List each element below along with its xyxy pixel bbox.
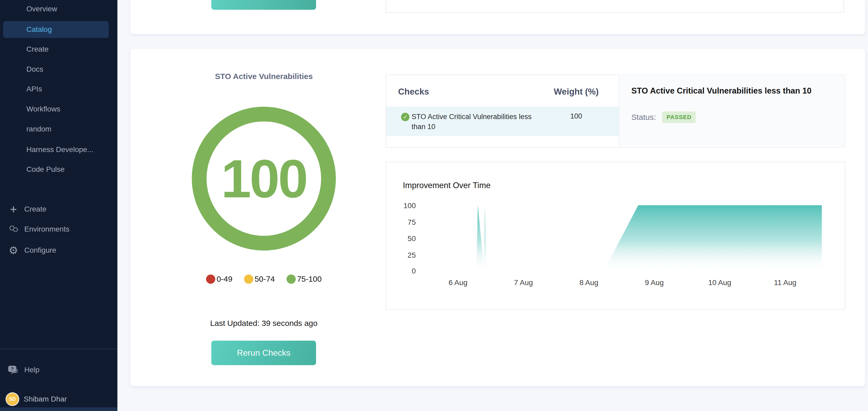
- plus-icon: +: [7, 204, 20, 214]
- legend-dot-red: [206, 275, 215, 284]
- sidebar-item-apis[interactable]: APIs: [0, 83, 117, 95]
- help-label: Help: [24, 366, 39, 374]
- sidebar-item-catalog[interactable]: Catalog: [3, 21, 109, 38]
- x-axis-tick: 9 Aug: [633, 278, 675, 287]
- sidebar-item-label: Catalog: [3, 25, 52, 34]
- scorecard-card: STO Active Vulnerabilities 100 0-49 50-7…: [130, 49, 865, 386]
- sidebar-divider: [0, 349, 117, 349]
- legend-item: 50-74: [244, 275, 275, 284]
- app-root: Overview Catalog Create Docs APIs Workfl…: [0, 0, 868, 411]
- score-legend: 0-49 50-74 75-100: [130, 273, 397, 285]
- user-menu[interactable]: SD Shibam Dhar: [6, 392, 67, 406]
- status-row: Status: PASSED: [631, 111, 696, 123]
- sidebar-action-label: Configure: [24, 246, 56, 254]
- sidebar-item-label: random: [0, 125, 52, 133]
- rerun-checks-button-partial[interactable]: [211, 0, 316, 10]
- sidebar-item-label: Overview: [0, 5, 57, 13]
- sidebar-item-create[interactable]: Create: [0, 43, 117, 56]
- user-name: Shibam Dhar: [24, 395, 67, 403]
- y-axis-tick: 100: [392, 202, 416, 210]
- legend-label: 0-49: [217, 275, 232, 283]
- sidebar-create-action[interactable]: + Create: [7, 203, 46, 215]
- x-axis-tick: 7 Aug: [502, 278, 545, 287]
- legend-label: 75-100: [297, 275, 321, 283]
- sidebar-item-label: Create: [0, 45, 49, 54]
- y-axis-tick: 75: [392, 218, 416, 227]
- sidebar-item-label: Harness Develope...: [0, 145, 93, 154]
- help-icon: ?: [7, 364, 20, 375]
- avatar: SD: [6, 393, 19, 405]
- check-name: STO Active Critical Vulnerabilities less…: [411, 112, 544, 132]
- checks-column-header: Checks: [398, 87, 429, 97]
- check-detail-panel: STO Active Critical Vulnerabilities less…: [619, 75, 845, 148]
- y-axis-tick: 25: [392, 251, 416, 260]
- environments-icon: [7, 225, 20, 234]
- help-button[interactable]: ? Help: [7, 364, 39, 376]
- sidebar-configure-action[interactable]: ⚙ Configure: [7, 244, 56, 256]
- improvement-chart-panel: Improvement Over Time 100 75 50 25 0 6 A…: [386, 162, 845, 310]
- gear-icon: ⚙: [7, 245, 20, 255]
- y-axis-tick: 0: [392, 267, 416, 275]
- check-passed-icon: ✓: [401, 113, 409, 121]
- legend-item: 0-49: [206, 275, 232, 284]
- sidebar-item-workflows[interactable]: Workflows: [0, 103, 117, 115]
- sidebar-item-code-pulse[interactable]: Code Pulse: [0, 163, 117, 176]
- sidebar-item-label: Workflows: [0, 105, 60, 113]
- scorecard-title: STO Active Vulnerabilities: [130, 72, 397, 81]
- sidebar-environments-action[interactable]: Environments: [7, 223, 69, 236]
- sidebar-item-random[interactable]: random: [0, 123, 117, 135]
- previous-scorecard-card: [130, 0, 865, 34]
- checks-table-partial: [386, 0, 844, 13]
- sidebar-action-label: Environments: [24, 225, 69, 233]
- legend-dot-yellow: [244, 275, 253, 284]
- x-axis-tick: 11 Aug: [764, 278, 806, 287]
- check-weight: 100: [553, 112, 600, 121]
- x-axis-tick: 8 Aug: [568, 278, 610, 287]
- sidebar-item-label: Code Pulse: [0, 165, 65, 174]
- sidebar-item-harness-developer[interactable]: Harness Develope...: [0, 143, 117, 156]
- sidebar-item-label: APIs: [0, 85, 42, 93]
- weight-column-header: Weight (%): [553, 87, 600, 97]
- sidebar: Overview Catalog Create Docs APIs Workfl…: [0, 0, 117, 411]
- y-axis-tick: 50: [392, 235, 416, 243]
- table-row[interactable]: ✓ STO Active Critical Vulnerabilities le…: [386, 106, 620, 136]
- score-area-series: [476, 205, 822, 271]
- svg-text:?: ?: [11, 367, 13, 372]
- status-badge: PASSED: [662, 111, 696, 123]
- sidebar-bottom-strip: [0, 407, 117, 411]
- legend-label: 50-74: [255, 275, 275, 283]
- sidebar-item-overview[interactable]: Overview: [0, 3, 117, 15]
- sidebar-action-label: Create: [24, 205, 46, 213]
- x-axis-tick: 6 Aug: [437, 278, 479, 287]
- status-label: Status:: [631, 113, 656, 122]
- last-updated-text: Last Updated: 39 seconds ago: [130, 319, 397, 328]
- score-value: 100: [221, 147, 307, 210]
- checks-table: Checks Weight (%) ✓ STO Active Critical …: [386, 75, 621, 148]
- legend-item: 75-100: [286, 275, 321, 284]
- improvement-area-chart: [386, 162, 846, 310]
- legend-dot-green: [286, 275, 296, 284]
- rerun-checks-button[interactable]: Rerun Checks: [211, 341, 316, 365]
- sidebar-item-docs[interactable]: Docs: [0, 63, 117, 76]
- check-detail-title: STO Active Critical Vulnerabilities less…: [631, 86, 811, 96]
- sidebar-item-label: Docs: [0, 65, 43, 73]
- score-gauge-section: STO Active Vulnerabilities 100 0-49 50-7…: [130, 49, 397, 386]
- score-gauge: 100: [192, 107, 336, 250]
- x-axis-tick: 10 Aug: [699, 278, 741, 287]
